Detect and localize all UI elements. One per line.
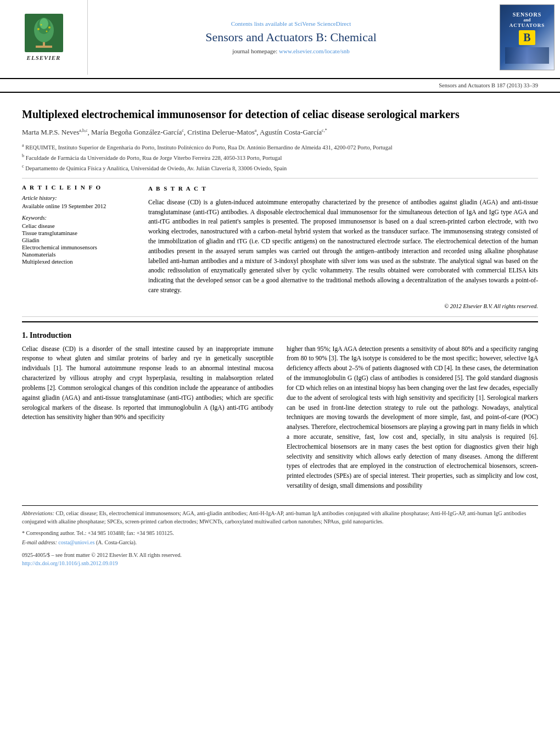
keyword-2: Tissue transglutaminase xyxy=(22,230,137,236)
author2-sup: c xyxy=(182,128,184,133)
keyword-1: Celiac disease xyxy=(22,223,137,229)
article-info-abstract: A R T I C L E I N F O Article history: A… xyxy=(22,184,538,310)
article-info-header: A R T I C L E I N F O xyxy=(22,184,137,191)
badge-b: B xyxy=(519,30,535,45)
abstract-text: Celiac disease (CD) is a gluten-induced … xyxy=(148,198,538,295)
keyword-3: Gliadin xyxy=(22,237,137,243)
elsevier-logo: ELSEVIER xyxy=(25,14,63,61)
affiliation-b: b Faculdade de Farmácia da Universidade … xyxy=(22,153,538,162)
affiliation-c: c Departamento de Química Física y Analí… xyxy=(22,163,538,172)
abbreviations-text: CD, celiac disease; EIs, electrochemical… xyxy=(22,510,526,525)
divider-1 xyxy=(22,178,538,178)
svg-point-8 xyxy=(40,24,42,26)
journal-info-section: Contents lists available at SciVerse Sci… xyxy=(88,0,494,75)
article-info-column: A R T I C L E I N F O Article history: A… xyxy=(22,184,137,310)
intro-number: 1. xyxy=(22,331,28,339)
svg-rect-2 xyxy=(36,46,52,48)
elsevier-label: ELSEVIER xyxy=(27,54,61,61)
page-bottom-info: 0925-4005/$ – see front matter © 2012 El… xyxy=(22,551,538,567)
intro-right-text: higher than 95%; IgA AGA detection prese… xyxy=(287,344,538,491)
main-content: Multiplexed electrochemical immunosensor… xyxy=(0,93,560,573)
journal-header: ELSEVIER Contents lists available at Sci… xyxy=(0,0,560,79)
abstract-header: A B S T R A C T xyxy=(148,184,538,193)
intro-left-col: Celiac disease (CD) is a disorder of the… xyxy=(22,344,273,494)
elsevier-logo-icon xyxy=(25,14,63,52)
author4-sup: c,* xyxy=(322,128,327,133)
intro-section-header: 1. Introduction xyxy=(22,331,538,340)
author3-sup: a xyxy=(255,128,257,133)
thick-divider xyxy=(22,321,538,322)
email-label: E-mail address: xyxy=(22,539,57,545)
keyword-6: Multiplexed detection xyxy=(22,259,137,265)
affiliations-section: a REQUIMTE, Instituto Superior de Engenh… xyxy=(22,142,538,173)
author1-sup: a,b,c xyxy=(79,128,87,133)
tel-info: Tel.: +34 985 103488; fax: +34 985 10312… xyxy=(76,530,174,536)
author-email[interactable]: costa@uniovi.es xyxy=(58,539,94,545)
divider-2 xyxy=(22,316,538,317)
keywords-section: Keywords: Celiac disease Tissue transglu… xyxy=(22,215,137,265)
corresponding-label: * Corresponding author. xyxy=(22,530,75,536)
affiliation-a: a REQUIMTE, Instituto Superior de Engenh… xyxy=(22,142,538,152)
abbreviations-label: Abbreviations: xyxy=(22,510,54,516)
sensors-badge-section: SENSORS and ACTUATORS B xyxy=(494,0,560,75)
intro-title: Introduction xyxy=(30,331,71,339)
badge-sensors: SENSORS xyxy=(513,12,542,18)
keyword-5: Nanomaterials xyxy=(22,252,137,258)
authors-line: Marta M.P.S. Nevesa,b,c, María Begoña Go… xyxy=(22,127,538,138)
article-title: Multiplexed electrochemical immunosensor… xyxy=(22,107,538,121)
svg-point-9 xyxy=(46,31,47,32)
article-top-info: Sensors and Actuators B 187 (2013) 33–39 xyxy=(0,81,560,93)
doi-url[interactable]: http://dx.doi.org/10.1016/j.snb.2012.09.… xyxy=(22,560,118,566)
sciverse-link[interactable]: SciVerse ScienceDirect xyxy=(294,20,351,27)
intro-body: Celiac disease (CD) is a disorder of the… xyxy=(22,344,538,494)
badge-and: and xyxy=(524,18,531,23)
intro-left-text: Celiac disease (CD) is a disorder of the… xyxy=(22,344,273,423)
corresponding-author-note: * Corresponding author. Tel.: +34 985 10… xyxy=(22,529,538,537)
copyright-bottom: 0925-4005/$ – see front matter © 2012 El… xyxy=(22,551,538,559)
sciverse-text: Contents lists available at SciVerse Sci… xyxy=(231,20,351,27)
article-history-label: Article history: xyxy=(22,195,137,201)
keywords-label: Keywords: xyxy=(22,215,137,221)
svg-point-6 xyxy=(37,28,40,30)
sensors-badge: SENSORS and ACTUATORS B xyxy=(500,4,555,70)
journal-homepage-link[interactable]: www.elsevier.com/locate/snb xyxy=(279,48,350,54)
keyword-4: Electrochemical immunosensors xyxy=(22,244,137,250)
copyright: © 2012 Elsevier B.V. All rights reserved… xyxy=(148,302,538,311)
article-citation: Sensors and Actuators B 187 (2013) 33–39 xyxy=(439,82,538,88)
article-available-online: Available online 19 September 2012 xyxy=(22,203,137,209)
journal-homepage: journal homepage: www.elsevier.com/locat… xyxy=(232,48,350,54)
footnotes-section: Abbreviations: CD, celiac disease; EIs, … xyxy=(22,505,538,567)
badge-actuators: ACTUATORS xyxy=(509,23,545,28)
email-suffix: (A. Costa-García). xyxy=(96,539,137,545)
elsevier-logo-section: ELSEVIER xyxy=(0,0,88,75)
email-line: E-mail address: costa@uniovi.es (A. Cost… xyxy=(22,538,538,546)
svg-point-5 xyxy=(40,18,48,29)
svg-point-7 xyxy=(48,26,51,29)
intro-right-col: higher than 95%; IgA AGA detection prese… xyxy=(287,344,538,494)
journal-title: Sensors and Actuators B: Chemical xyxy=(205,30,377,44)
doi-link[interactable]: http://dx.doi.org/10.1016/j.snb.2012.09.… xyxy=(22,559,538,567)
abbreviations: Abbreviations: CD, celiac disease; EIs, … xyxy=(22,509,538,526)
abstract-column: A B S T R A C T Celiac disease (CD) is a… xyxy=(148,184,538,310)
